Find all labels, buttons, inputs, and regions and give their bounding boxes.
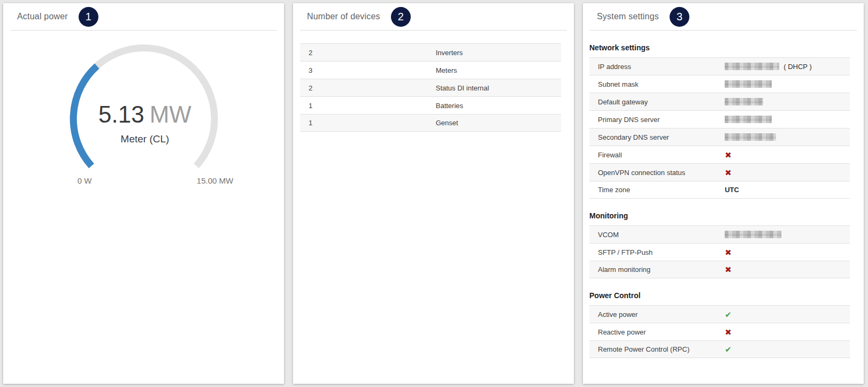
section-heading-monitoring: Monitoring xyxy=(589,211,850,220)
cross-icon: ✖ xyxy=(725,169,732,177)
setting-label: Remote Power Control (RPC) xyxy=(589,345,725,353)
table-row: 3 Meters xyxy=(300,61,561,79)
redacted-value xyxy=(725,116,772,123)
setting-label: Reactive power xyxy=(589,328,725,336)
device-count: 1 xyxy=(300,119,436,127)
setting-label: Default gateway xyxy=(589,98,725,106)
check-icon: ✔ xyxy=(725,345,732,353)
table-row: 2 Status DI internal xyxy=(300,79,561,96)
redacted-value xyxy=(725,80,772,88)
table-row: IP address ( DHCP ) xyxy=(589,57,850,75)
table-row: Reactive power ✖ xyxy=(589,323,850,340)
setting-label: Primary DNS server xyxy=(589,116,725,124)
table-row: 1 Genset xyxy=(300,114,561,132)
step-badge-2: 2 xyxy=(391,7,411,27)
network-settings-table: IP address ( DHCP ) Subnet mask Default … xyxy=(589,57,850,199)
cross-icon: ✖ xyxy=(725,151,732,159)
device-count: 2 xyxy=(300,49,436,57)
setting-label: IP address xyxy=(589,63,725,71)
redacted-value xyxy=(725,133,776,141)
gauge-value-text: 5.13MW xyxy=(98,101,191,127)
redacted-value xyxy=(725,98,763,105)
device-count: 3 xyxy=(300,66,436,74)
setting-label: VCOM xyxy=(589,231,725,239)
setting-label: Subnet mask xyxy=(589,80,725,88)
cross-icon: ✖ xyxy=(725,328,732,336)
table-row: Time zone UTC xyxy=(589,181,850,199)
card-actual-power-header: Actual power 1 xyxy=(3,3,284,30)
setting-label: Active power xyxy=(589,310,725,318)
page-title: Actual power xyxy=(17,12,68,21)
table-row: Default gateway xyxy=(589,93,850,110)
table-row: Primary DNS server xyxy=(589,110,850,128)
redacted-value xyxy=(725,231,781,238)
card-number-of-devices: Number of devices 2 2 Inverters 3 Meters… xyxy=(293,3,574,384)
card-actual-power: Actual power 1 5.13MW Meter (CL) 0 W 15.… xyxy=(3,3,284,384)
gauge-value: 5.13 xyxy=(98,101,144,127)
step-badge-3: 3 xyxy=(670,7,689,27)
device-type-label: Genset xyxy=(436,119,561,127)
setting-label: OpenVPN connection status xyxy=(589,169,725,177)
device-type-label: Inverters xyxy=(436,49,561,57)
gauge-unit: MW xyxy=(150,101,192,127)
table-row: 1 Batteries xyxy=(300,96,561,114)
device-type-label: Meters xyxy=(436,66,561,74)
dashboard: Actual power 1 5.13MW Meter (CL) 0 W 15.… xyxy=(0,0,868,387)
table-row: Subnet mask xyxy=(589,75,850,93)
header-divider xyxy=(300,30,567,31)
gauge-max-label: 15.00 MW xyxy=(197,176,234,185)
setting-value: ( DHCP ) xyxy=(783,63,811,71)
cross-icon: ✖ xyxy=(725,265,732,274)
setting-label: Alarm monitoring xyxy=(589,265,725,274)
setting-value: UTC xyxy=(725,186,850,194)
setting-label: Secondary DNS server xyxy=(589,133,725,141)
step-badge-1: 1 xyxy=(79,7,98,27)
setting-label: SFTP / FTP-Push xyxy=(589,248,725,256)
monitoring-table: VCOM SFTP / FTP-Push ✖ Alarm monitoring … xyxy=(589,225,850,278)
table-row: 2 Inverters xyxy=(300,43,561,61)
setting-label: Time zone xyxy=(589,186,725,194)
gauge-svg: 5.13MW Meter (CL) 0 W 15.00 MW xyxy=(3,31,284,191)
device-count: 2 xyxy=(300,84,436,92)
card-devices-header: Number of devices 2 xyxy=(293,3,574,30)
power-control-table: Active power ✔ Reactive power ✖ Remote P… xyxy=(589,305,850,358)
card-system-settings: System settings 3 Network settings IP ad… xyxy=(583,3,864,384)
table-row: SFTP / FTP-Push ✖ xyxy=(589,243,850,261)
section-heading-power-control: Power Control xyxy=(589,291,850,300)
header-divider xyxy=(590,30,857,31)
table-row: VCOM xyxy=(589,225,850,243)
device-count: 1 xyxy=(300,102,436,110)
table-row: Alarm monitoring ✖ xyxy=(589,261,850,278)
setting-label: Firewall xyxy=(589,151,725,159)
devices-title: Number of devices xyxy=(307,12,380,21)
card-settings-header: System settings 3 xyxy=(583,3,864,30)
device-type-label: Status DI internal xyxy=(436,84,561,92)
devices-table: 2 Inverters 3 Meters 2 Status DI interna… xyxy=(300,43,561,132)
table-row: Active power ✔ xyxy=(589,305,850,323)
redacted-value xyxy=(725,63,779,70)
table-row: Firewall ✖ xyxy=(589,146,850,163)
device-type-label: Batteries xyxy=(436,102,561,110)
table-row: Remote Power Control (RPC) ✔ xyxy=(589,340,850,358)
table-row: Secondary DNS server xyxy=(589,128,850,146)
gauge-min-label: 0 W xyxy=(78,176,93,185)
gauge-value-arc xyxy=(73,66,97,166)
actual-power-gauge: 5.13MW Meter (CL) 0 W 15.00 MW xyxy=(3,31,284,191)
check-icon: ✔ xyxy=(725,310,732,318)
settings-title: System settings xyxy=(597,12,659,21)
gauge-source-label: Meter (CL) xyxy=(121,133,170,145)
table-row: OpenVPN connection status ✖ xyxy=(589,163,850,181)
section-heading-network: Network settings xyxy=(589,43,850,52)
cross-icon: ✖ xyxy=(725,248,732,256)
